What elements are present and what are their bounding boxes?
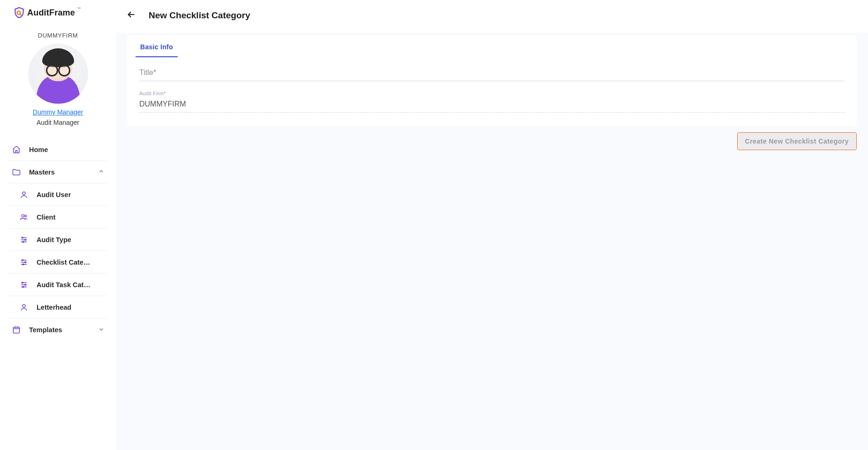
brand-name: AuditFrame [27,8,75,18]
user-profile: Dummy Manager Audit Manager [0,44,116,138]
folder-icon [11,168,22,177]
svg-point-10 [23,264,24,265]
sidebar-item-label: Letterhead [37,304,71,311]
page-title: New Checklist Category [149,10,250,21]
field-audit-firm: Audit Firm* [139,97,845,113]
sidebar-item-masters[interactable]: Masters [8,161,107,183]
sliders-icon [19,236,29,244]
sidebar-item-label: Audit User [37,191,71,198]
sidebar-item-audit-type[interactable]: Audit Type [8,229,107,251]
brand-shield-icon [13,7,25,19]
sidebar-item-label: Checklist Cate… [37,259,90,266]
sidebar-item-letterhead[interactable]: Letterhead [8,296,107,319]
audit-firm-input [139,97,845,113]
sidebar-item-checklist-category[interactable]: Checklist Cate… [8,251,107,274]
sidebar-item-label: Masters [29,168,55,176]
sidebar-item-label: Home [29,146,48,153]
sidebar: AuditFrame ™ DUMMYFIRM Dummy Manager Aud… [0,0,116,450]
topbar: New Checklist Category [116,0,868,33]
sidebar-nav: Home Masters Audit [0,138,116,341]
sidebar-item-label: Templates [29,326,62,334]
back-button[interactable] [123,7,139,24]
svg-point-7 [23,241,24,243]
sidebar-item-label: Audit Type [37,236,71,244]
calendar-icon [11,325,22,335]
action-row: Create New Checklist Category [127,126,857,150]
svg-point-2 [23,192,25,195]
sidebar-item-audit-task-category[interactable]: Audit Task Cat… [8,274,107,296]
svg-point-3 [22,214,24,217]
firm-code: DUMMYFIRM [0,23,116,44]
brand-tm: ™ [77,7,81,11]
svg-point-4 [25,215,27,217]
sliders-icon [19,281,29,289]
chevron-up-icon [98,168,105,176]
svg-point-11 [22,282,23,283]
chevron-down-icon [98,326,105,334]
tab-row: Basic Info [127,36,857,57]
avatar[interactable] [28,44,88,104]
brand-logo[interactable]: AuditFrame ™ [0,7,116,23]
sliders-icon [19,258,29,267]
svg-point-9 [25,261,26,263]
svg-point-12 [25,284,26,285]
svg-line-1 [20,14,22,15]
home-icon [11,145,22,154]
arrow-left-icon [126,9,136,20]
sidebar-item-client[interactable]: Client [8,206,107,229]
sidebar-item-audit-user[interactable]: Audit User [8,183,107,206]
user-name-link[interactable]: Dummy Manager [33,107,83,116]
sidebar-item-templates[interactable]: Templates [8,319,107,341]
svg-point-6 [25,239,26,240]
create-checklist-category-button[interactable]: Create New Checklist Category [737,132,857,150]
user-icon [19,191,29,199]
tab-basic-info[interactable]: Basic Info [136,36,178,57]
content: Basic Info Audit Firm* Create New Checkl… [116,33,868,450]
user-icon [19,303,29,312]
audit-firm-label: Audit Firm* [139,91,166,96]
field-title [139,66,845,81]
svg-rect-15 [13,327,19,333]
svg-point-5 [22,237,23,238]
sidebar-item-label: Client [37,214,55,221]
title-input[interactable] [139,66,845,81]
svg-point-8 [22,259,23,261]
sidebar-item-home[interactable]: Home [8,138,107,161]
form-body: Audit Firm* [127,57,857,116]
users-icon [19,213,29,221]
sidebar-item-label: Audit Task Cat… [37,281,91,289]
user-role: Audit Manager [37,119,79,126]
svg-point-14 [23,305,25,307]
main: New Checklist Category Basic Info Audit … [116,0,868,450]
svg-point-13 [23,286,24,288]
form-card: Basic Info Audit Firm* [127,36,857,126]
